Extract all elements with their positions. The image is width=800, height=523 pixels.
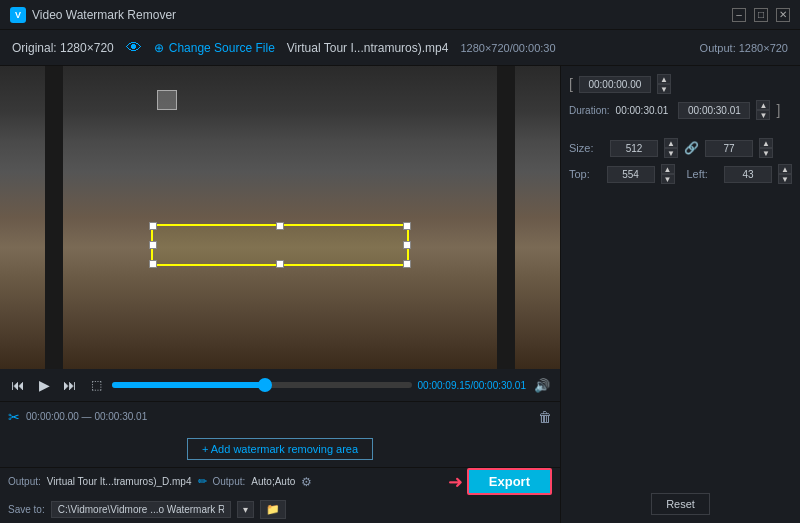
size-label: Size: xyxy=(569,142,604,154)
width-up-button[interactable]: ▲ xyxy=(664,138,678,148)
output-format: Auto;Auto xyxy=(251,476,295,487)
link-icon: 🔗 xyxy=(684,141,699,155)
end-up-button[interactable]: ▲ xyxy=(756,100,770,110)
arrow-icon: ➜ xyxy=(448,471,463,493)
progress-bar[interactable] xyxy=(112,382,412,388)
left-down-button[interactable]: ▼ xyxy=(778,174,792,184)
output-prefix-label: Output: xyxy=(8,476,41,487)
prev-frame-button[interactable]: ⏮ xyxy=(8,375,28,395)
handle-mid-left[interactable] xyxy=(149,241,157,249)
duration-value: 00:00:30.01 xyxy=(616,105,669,116)
handle-top-right[interactable] xyxy=(403,222,411,230)
gate-right xyxy=(497,66,515,369)
save-row: Save to: ▾ 📁 xyxy=(0,495,560,523)
watermark-indicator xyxy=(157,90,177,110)
handle-top-mid[interactable] xyxy=(276,222,284,230)
video-scene xyxy=(0,66,560,369)
left-label: Left: xyxy=(687,168,719,180)
width-input[interactable] xyxy=(610,140,658,157)
add-watermark-row: + Add watermark removing area xyxy=(0,431,560,467)
app-icon: V xyxy=(10,7,26,23)
time-range: 00:00:00.00 — 00:00:30.01 xyxy=(26,411,532,422)
progress-bar-fill xyxy=(112,382,265,388)
top-bar: Original: 1280×720 👁 ⊕ Change Source Fil… xyxy=(0,30,800,66)
handle-bottom-left[interactable] xyxy=(149,260,157,268)
height-spinner: ▲ ▼ xyxy=(759,138,773,158)
output-resolution-label: Output: 1280×720 xyxy=(700,42,788,54)
original-label: Original: 1280×720 xyxy=(12,41,114,55)
top-down-button[interactable]: ▼ xyxy=(661,174,675,184)
height-input[interactable] xyxy=(705,140,753,157)
clip-button[interactable]: ⬚ xyxy=(86,375,106,395)
right-panel: [ ▲ ▼ Duration: 00:00:30.01 ▲ ▼ ] Size: … xyxy=(560,66,800,523)
app-title: Video Watermark Remover xyxy=(32,8,176,22)
eye-icon[interactable]: 👁 xyxy=(126,39,142,57)
change-source-label: Change Source File xyxy=(169,41,275,55)
width-spinner: ▲ ▼ xyxy=(664,138,678,158)
close-button[interactable]: ✕ xyxy=(776,8,790,22)
output-row: Output: Virtual Tour It...tramuros)_D.mp… xyxy=(0,467,560,495)
width-down-button[interactable]: ▼ xyxy=(664,148,678,158)
source-resolution: 1280×720/00:00:30 xyxy=(460,42,555,54)
output-format-prefix: Output: xyxy=(213,476,246,487)
handle-bottom-right[interactable] xyxy=(403,260,411,268)
height-down-button[interactable]: ▼ xyxy=(759,148,773,158)
time-display: 00:00:09.15/00:00:30.01 xyxy=(418,380,526,391)
source-file-name: Virtual Tour I...ntramuros).mp4 xyxy=(287,41,449,55)
progress-thumb xyxy=(258,378,272,392)
change-source-button[interactable]: ⊕ Change Source File xyxy=(154,41,275,55)
bracket-open: [ xyxy=(569,76,573,92)
handle-bottom-mid[interactable] xyxy=(276,260,284,268)
save-path-input[interactable] xyxy=(51,501,231,518)
duration-row: Duration: 00:00:30.01 ▲ ▼ ] xyxy=(569,100,792,120)
gear-icon[interactable]: ⚙ xyxy=(301,475,312,489)
video-frame xyxy=(0,66,560,369)
title-bar: V Video Watermark Remover – □ ✕ xyxy=(0,0,800,30)
handle-mid-right[interactable] xyxy=(403,241,411,249)
reset-button[interactable]: Reset xyxy=(651,493,710,515)
trash-icon[interactable]: 🗑 xyxy=(538,409,552,425)
title-bar-left: V Video Watermark Remover xyxy=(10,7,176,23)
video-area xyxy=(0,66,560,369)
timecode-end-input[interactable] xyxy=(678,102,750,119)
output-filename: Virtual Tour It...tramuros)_D.mp4 xyxy=(47,476,192,487)
watermark-selection-box[interactable] xyxy=(151,224,409,266)
maximize-button[interactable]: □ xyxy=(754,8,768,22)
start-down-button[interactable]: ▼ xyxy=(657,84,671,94)
duration-label: Duration: xyxy=(569,105,610,116)
save-to-label: Save to: xyxy=(8,504,45,515)
video-controls: ⏮ ▶ ⏭ ⬚ 00:00:09.15/00:00:30.01 🔊 xyxy=(0,369,560,401)
minimize-button[interactable]: – xyxy=(732,8,746,22)
timecode-start-input[interactable] xyxy=(579,76,651,93)
size-row: Size: ▲ ▼ 🔗 ▲ ▼ xyxy=(569,138,792,158)
left-up-button[interactable]: ▲ xyxy=(778,164,792,174)
play-button[interactable]: ▶ xyxy=(34,375,54,395)
end-spinner: ▲ ▼ xyxy=(756,100,770,120)
open-folder-button[interactable]: 📁 xyxy=(260,500,286,519)
end-down-button[interactable]: ▼ xyxy=(756,110,770,120)
top-input[interactable] xyxy=(607,166,655,183)
edit-icon[interactable]: ✏ xyxy=(198,475,207,488)
gate-left xyxy=(45,66,63,369)
left-input[interactable] xyxy=(724,166,772,183)
top-up-button[interactable]: ▲ xyxy=(661,164,675,174)
top-label: Top: xyxy=(569,168,601,180)
add-watermark-button[interactable]: + Add watermark removing area xyxy=(187,438,373,460)
left-spinner: ▲ ▼ xyxy=(778,164,792,184)
top-spinner: ▲ ▼ xyxy=(661,164,675,184)
start-up-button[interactable]: ▲ xyxy=(657,74,671,84)
bracket-close: ] xyxy=(776,102,780,118)
volume-button[interactable]: 🔊 xyxy=(532,375,552,395)
main-content: ⏮ ▶ ⏭ ⬚ 00:00:09.15/00:00:30.01 🔊 ✂ 00:0… xyxy=(0,66,800,523)
next-frame-button[interactable]: ⏭ xyxy=(60,375,80,395)
position-row: Top: ▲ ▼ Left: ▲ ▼ xyxy=(569,164,792,184)
timeline-row: ✂ 00:00:00.00 — 00:00:30.01 🗑 xyxy=(0,401,560,431)
export-button-container: ➜ Export xyxy=(467,468,552,495)
left-panel: ⏮ ▶ ⏭ ⬚ 00:00:09.15/00:00:30.01 🔊 ✂ 00:0… xyxy=(0,66,560,523)
start-spinner: ▲ ▼ xyxy=(657,74,671,94)
dropdown-button[interactable]: ▾ xyxy=(237,501,254,518)
timecode-row: [ ▲ ▼ xyxy=(569,74,792,94)
handle-top-left[interactable] xyxy=(149,222,157,230)
export-button[interactable]: Export xyxy=(467,468,552,495)
height-up-button[interactable]: ▲ xyxy=(759,138,773,148)
